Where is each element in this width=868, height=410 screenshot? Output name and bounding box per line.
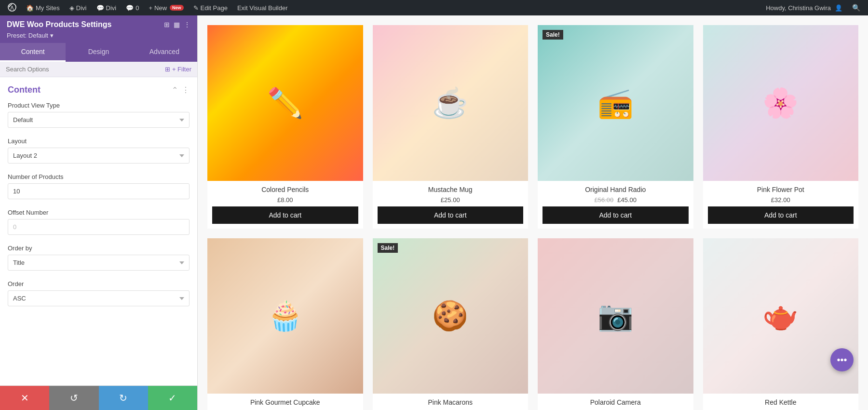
add-to-cart-button-colored-pencils[interactable]: Add to cart (212, 206, 358, 224)
exit-visual-builder-button[interactable]: Exit Visual Builder (233, 0, 292, 15)
wp-logo-button[interactable] (4, 0, 20, 15)
product-price-row-mustache-mug: £25.00 (378, 196, 524, 204)
original-price-original-hand-radio: £56.00 (594, 196, 613, 204)
floating-action-button[interactable]: ••• (830, 348, 854, 371)
product-image-pink-macarons: Sale!🍪 (373, 238, 529, 394)
sale-badge-pink-macarons: Sale! (378, 243, 398, 253)
product-card-colored-pencils: ✏️Colored Pencils£8.00Add to cart (207, 25, 363, 229)
product-name-pink-macarons: Pink Macarons (378, 398, 524, 406)
order-by-select[interactable]: Title Date Price Popularity (8, 255, 190, 271)
product-card-pink-macarons: Sale!🍪Pink Macarons£25.00Add to (373, 238, 529, 410)
cancel-button[interactable]: ✕ (0, 386, 49, 410)
product-price-row-original-hand-radio: £56.00£45.00 (542, 196, 689, 204)
product-name-pink-gourmet-cupcake: Pink Gourmet Cupcake (212, 398, 358, 406)
product-info-polaroid-camera: Polaroid Camera£200.00Add to cart (538, 394, 693, 410)
product-name-polaroid-camera: Polaroid Camera (542, 398, 689, 406)
product-name-pink-flower-pot: Pink Flower Pot (708, 186, 854, 193)
redo-icon: ↻ (119, 392, 127, 404)
save-button[interactable]: ✓ (148, 386, 197, 410)
product-name-original-hand-radio: Original Hand Radio (542, 186, 689, 193)
more-options-icon[interactable]: ⋮ (184, 21, 190, 28)
settings-panel: DWE Woo Products Settings ⊞ ▦ ⋮ Preset: … (0, 15, 198, 410)
product-card-original-hand-radio: Sale!📻Original Hand Radio£56.00£45.00Add… (538, 25, 693, 229)
panel-title: DWE Woo Products Settings (7, 20, 111, 29)
bottom-actions: ✕ ↺ ↻ ✓ (0, 385, 197, 410)
save-icon: ✓ (168, 392, 176, 404)
product-info-pink-flower-pot: Pink Flower Pot£32.00Add to cart (703, 181, 859, 229)
main-layout: DWE Woo Products Settings ⊞ ▦ ⋮ Preset: … (0, 15, 868, 410)
my-sites-button[interactable]: 🏠 My Sites (22, 0, 64, 15)
filter-button[interactable]: ⊞ + Filter (165, 66, 191, 73)
comment-icon: 💬 (96, 4, 104, 12)
panel-header-icons: ⊞ ▦ ⋮ (164, 21, 190, 28)
product-image-pink-gourmet-cupcake: 🧁 (207, 238, 363, 394)
product-image-polaroid-camera: 📷 (538, 238, 693, 394)
bubble-icon: 💬 (126, 4, 134, 12)
screen-options-icon[interactable]: ⊞ (164, 21, 170, 28)
fab-dots-icon: ••• (837, 355, 847, 366)
product-name-red-kettle: Red Kettle (708, 398, 854, 406)
undo-button[interactable]: ↺ (49, 386, 98, 410)
section-title: Content (8, 85, 41, 95)
collapse-icon[interactable]: ⌃ (172, 85, 178, 95)
comments-count-button[interactable]: 💬 Divi (93, 0, 121, 15)
user-greeting: Howdy, Christina Gwira 👤 (762, 0, 846, 15)
current-price-pink-flower-pot: £32.00 (771, 196, 790, 204)
search-options-input[interactable] (6, 66, 161, 73)
add-to-cart-button-original-hand-radio[interactable]: Add to cart (542, 206, 689, 224)
product-info-pink-macarons: Pink Macarons£25.00Add to (373, 394, 529, 410)
tab-content[interactable]: Content (0, 43, 66, 62)
product-image-mustache-mug: ☕ (373, 25, 529, 181)
current-price-mustache-mug: £25.00 (441, 196, 460, 204)
product-image-red-kettle: 🫖 (703, 238, 859, 394)
product-info-original-hand-radio: Original Hand Radio£56.00£45.00Add to ca… (538, 181, 693, 229)
add-to-cart-button-pink-flower-pot[interactable]: Add to cart (708, 206, 854, 224)
undo-icon: ↺ (70, 392, 78, 404)
redo-button[interactable]: ↻ (99, 386, 148, 410)
order-by-label: Order by (8, 245, 190, 252)
sale-badge-original-hand-radio: Sale! (542, 30, 563, 40)
layout-label: Layout (8, 137, 190, 145)
plus-icon: + (149, 4, 152, 12)
divi-icon: ◈ (69, 4, 74, 12)
product-view-type-group: Product View Type Default List Grid (8, 102, 190, 128)
edit-icon: ✎ (193, 4, 199, 12)
new-badge: New (170, 5, 184, 11)
order-group: Order ASC DESC (8, 280, 190, 306)
filter-icon: ⊞ (165, 66, 170, 73)
product-price-row-pink-flower-pot: £32.00 (708, 196, 854, 204)
product-view-type-label: Product View Type (8, 102, 190, 109)
tab-design[interactable]: Design (66, 43, 131, 62)
panel-body: Content ⌃ ⋮ Product View Type Default Li… (0, 77, 197, 385)
home-icon: 🏠 (26, 4, 34, 12)
layout-icon[interactable]: ▦ (174, 21, 180, 28)
edit-page-button[interactable]: ✎ Edit Page (190, 0, 231, 15)
number-of-products-input[interactable] (8, 183, 190, 199)
section-controls: ⌃ ⋮ (172, 85, 190, 95)
add-to-cart-button-mustache-mug[interactable]: Add to cart (378, 206, 524, 224)
offset-number-input[interactable] (8, 219, 190, 235)
preset-selector[interactable]: Preset: Default ▾ (0, 32, 197, 43)
order-by-group: Order by Title Date Price Popularity (8, 245, 190, 271)
section-more-icon[interactable]: ⋮ (182, 85, 190, 95)
divi-button[interactable]: ◈ Divi (66, 0, 91, 15)
new-content-button[interactable]: + New New (145, 0, 187, 15)
product-info-mustache-mug: Mustache Mug£25.00Add to cart (373, 181, 529, 229)
tab-advanced[interactable]: Advanced (132, 43, 197, 62)
admin-bar: 🏠 My Sites ◈ Divi 💬 Divi 💬 0 + New New ✎… (0, 0, 868, 15)
content-area: ✏️Colored Pencils£8.00Add to cart☕Mustac… (198, 15, 868, 410)
product-view-type-select[interactable]: Default List Grid (8, 112, 190, 128)
product-card-mustache-mug: ☕Mustache Mug£25.00Add to cart (373, 25, 529, 229)
current-price-colored-pencils: £8.00 (277, 196, 293, 204)
user-avatar-icon: 👤 (835, 4, 842, 12)
layout-select[interactable]: Layout 1 Layout 2 Layout 3 (8, 148, 190, 164)
preset-chevron-icon: ▾ (50, 32, 54, 39)
new-comment-button[interactable]: 💬 0 (122, 0, 143, 15)
admin-search-button[interactable]: 🔍 (848, 4, 864, 12)
product-info-red-kettle: Red Kettle£29.00Add to cart (703, 394, 859, 410)
number-of-products-group: Number of Products (8, 173, 190, 199)
order-select[interactable]: ASC DESC (8, 290, 190, 306)
product-card-red-kettle: 🫖Red Kettle£29.00Add to cart (703, 238, 859, 410)
product-image-original-hand-radio: Sale!📻 (538, 25, 693, 181)
product-image-colored-pencils: ✏️ (207, 25, 363, 181)
